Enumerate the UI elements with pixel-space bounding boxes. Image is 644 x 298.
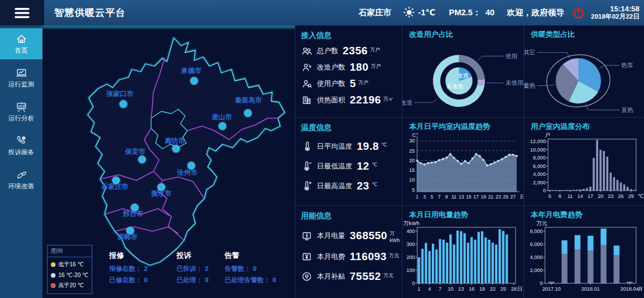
info-value: 368550	[350, 230, 387, 242]
svg-text:6,000: 6,000	[533, 163, 546, 169]
info-column: 接入信息 总户数2356万户改造户数180万户使用户数5万户供热面积22196万…	[295, 25, 402, 298]
stats-label: 告警数：	[225, 265, 251, 272]
info-value: 23	[357, 180, 370, 192]
legend-label: 低于16 ℃	[58, 261, 84, 269]
electricity-fee-icon	[301, 251, 315, 262]
stats-row: 已处理告警数：0	[225, 276, 276, 284]
slice-label: 热泵	[621, 62, 634, 68]
outdoor-temperature: -1℃	[418, 8, 435, 17]
svg-text:9: 9	[445, 194, 448, 200]
city-label: 衡水市	[151, 189, 171, 197]
stats-group-1: 投诉已投诉：2已处理：0	[177, 251, 208, 284]
svg-text:29: 29	[628, 193, 634, 199]
chart-daily-electricity-trend: 本月日用电量趋势 010020030040014710131619222528万…	[402, 205, 523, 298]
stats-label: 已处理告警数：	[225, 277, 271, 283]
stats-group-0: 报修报修总数：2已修总数：0	[109, 251, 148, 284]
svg-text:22: 22	[490, 286, 496, 292]
sidebar-item-3[interactable]: 投诉服务	[0, 130, 42, 161]
sidebar-item-1[interactable]: 运行监测	[0, 62, 42, 93]
menu-toggle-button[interactable]	[0, 0, 44, 25]
analysis-icon	[15, 101, 28, 113]
clock-date: 2018年02月22日	[591, 13, 639, 21]
stats-value: 0	[253, 265, 256, 272]
city-label: 邯郸市	[117, 233, 138, 241]
city-label: 承德市	[181, 67, 201, 75]
sun-icon	[403, 6, 415, 19]
svg-text:16: 16	[469, 286, 474, 292]
home-icon	[15, 33, 28, 45]
city-label: 张家口市	[106, 90, 134, 98]
sidebar-item-4[interactable]: 环境改善	[0, 164, 42, 195]
svg-text:2017.10: 2017.10	[542, 286, 561, 292]
city-marker-3[interactable]	[219, 123, 226, 130]
sidebar-item-label: 首页	[15, 46, 28, 55]
thermometer-minus-icon	[301, 161, 315, 172]
svg-text:100: 100	[406, 267, 415, 273]
svg-text:12,000: 12,000	[530, 139, 546, 144]
chart-monthly-fee-trend: 本年月电费趋势 02,0004,0006,0008,0002017.102018…	[523, 205, 644, 298]
city-marker-4[interactable]	[173, 145, 180, 153]
chart-indoor-temp-distribution: 用户室内温度分布 02,0004,0006,0008,00010,00012,0…	[523, 117, 644, 205]
svg-text:400: 400	[406, 228, 415, 234]
city-label: 唐山市	[211, 113, 232, 121]
svg-text:7: 7	[439, 286, 441, 292]
thermometer-icon	[301, 141, 315, 152]
chart-title: 用户室内温度分布	[531, 122, 590, 132]
info-label: 改造户数	[317, 63, 345, 72]
page-title: 智慧供暖云平台	[54, 6, 126, 19]
panel-rows: 总户数2356万户改造户数180万户使用户数5万户供热面积22196万㎡	[301, 45, 402, 106]
panel-title: 接入信息	[301, 31, 402, 41]
info-row: 日最低温度12℃	[301, 160, 402, 172]
stats-value: 2	[144, 265, 148, 272]
svg-text:2018.04: 2018.04	[620, 286, 639, 292]
svg-text:25: 25	[500, 286, 506, 292]
stats-row: 已处理：0	[177, 276, 208, 284]
energy-info-panel: 用能信息 本月电量368550万kWh本月电费116093万元本月补贴75552…	[295, 205, 402, 298]
sidebar-item-label: 运行分析	[8, 114, 35, 123]
info-unit: 万kWh	[389, 230, 402, 243]
stats-row: 已修总数：0	[109, 276, 148, 284]
welcome-text: 欢迎，政府领导	[507, 7, 565, 18]
stats-row: 已投诉：2	[177, 265, 208, 273]
chart-canvas: 010020030040014710131619222528万kWh日	[402, 219, 523, 298]
chart-renovated-users-ratio: 改造用户占比 使用未使用改造改造未改造	[402, 25, 523, 117]
stats-value: 0	[144, 277, 148, 283]
svg-text:15: 15	[409, 167, 415, 173]
svg-text:19: 19	[481, 194, 487, 200]
city-marker-1[interactable]	[120, 101, 127, 108]
svg-text:25: 25	[503, 194, 509, 200]
city-marker-2[interactable]	[244, 110, 252, 117]
sidebar-item-0[interactable]: 首页	[0, 28, 42, 59]
svg-text:10: 10	[409, 177, 415, 183]
slice-label: 未改造	[446, 83, 463, 89]
svg-text:300: 300	[406, 241, 415, 247]
svg-text:4,000: 4,000	[533, 171, 546, 177]
info-row: 总户数2356万户	[301, 45, 402, 57]
svg-text:C°: C°	[412, 132, 418, 138]
header-status-bar: 石家庄市 -1℃ PM2.5： 40 欢迎，政府领导 15:14:58	[359, 5, 644, 21]
svg-text:15: 15	[466, 194, 472, 200]
svg-text:1: 1	[416, 194, 419, 200]
city-marker-5[interactable]	[139, 156, 146, 163]
electricity-meter-icon	[301, 230, 315, 241]
svg-text:0: 0	[540, 280, 543, 286]
svg-text:23: 23	[608, 193, 613, 199]
slice-label: 直热	[621, 106, 634, 113]
panel-title: 用能信息	[301, 211, 402, 221]
info-unit: ℃	[372, 162, 377, 167]
sidebar-item-2[interactable]: 运行分析	[0, 96, 42, 127]
svg-text:23: 23	[496, 194, 501, 200]
chart-title: 本年月电费趋势	[531, 210, 582, 220]
svg-text:1: 1	[418, 286, 420, 292]
city-marker-0[interactable]	[191, 77, 198, 85]
svg-text:27: 27	[510, 194, 516, 200]
city-label: 石家庄市	[101, 183, 128, 191]
svg-text:28: 28	[511, 286, 517, 292]
stats-row: 告警数：0	[225, 265, 276, 273]
power-logout-button[interactable]	[572, 6, 585, 19]
info-row: 日最高温度23℃	[301, 180, 402, 192]
sidebar-item-label: 环境改善	[8, 182, 35, 191]
info-row: 本月补贴75552万元	[301, 270, 402, 283]
legend-item: 16 ℃-20 ℃	[48, 269, 92, 278]
user-active-icon	[301, 78, 315, 89]
